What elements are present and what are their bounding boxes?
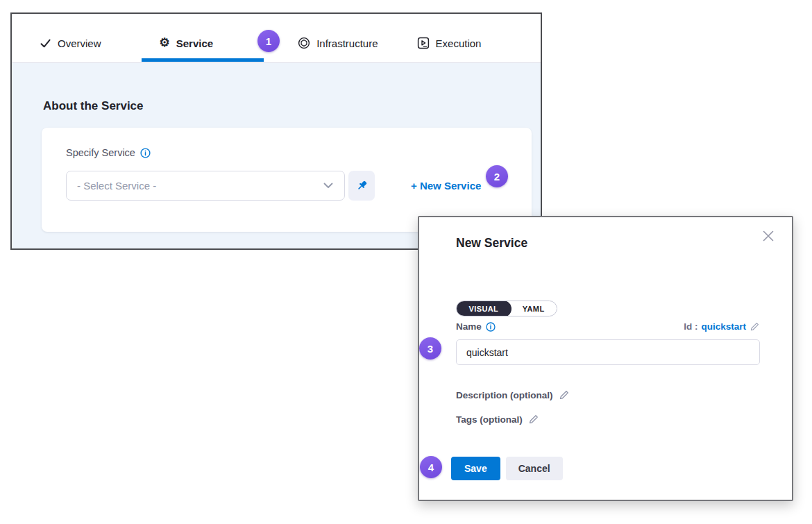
cancel-button[interactable]: Cancel (506, 457, 563, 480)
service-select-value: - Select Service - (77, 180, 156, 192)
execution-icon (417, 37, 430, 49)
check-icon (40, 38, 51, 49)
gear-icon: ⚙ (160, 37, 170, 49)
tab-service[interactable]: ⚙ Service (160, 37, 214, 49)
tags-label: Tags (optional) (456, 414, 523, 425)
infrastructure-icon (298, 37, 310, 49)
id-prefix: Id : (684, 321, 697, 332)
tab-execution[interactable]: Execution (417, 37, 482, 49)
name-label: Name (456, 321, 482, 332)
pin-icon (355, 179, 369, 192)
callout-step-2: 2 (486, 165, 508, 187)
id-value: quickstart (701, 321, 746, 332)
tab-overview-label: Overview (58, 37, 101, 49)
callout-step-3: 3 (419, 337, 441, 360)
callout-step-4: 4 (420, 456, 442, 478)
pin-button[interactable] (348, 171, 375, 201)
new-service-modal: New Service VISUAL YAML Name Id : quicks… (418, 216, 793, 501)
info-icon[interactable] (486, 322, 496, 332)
specify-service-label-row: Specify Service (66, 147, 151, 158)
service-select[interactable]: - Select Service - (66, 171, 345, 201)
chevron-down-icon (323, 183, 333, 189)
specify-service-label: Specify Service (66, 147, 135, 158)
service-id-editor[interactable]: Id : quickstart (684, 321, 760, 332)
callout-step-1: 1 (257, 30, 280, 52)
name-row: Name Id : quickstart (456, 321, 760, 332)
tags-row: Tags (optional) (456, 414, 539, 425)
modal-title: New Service (456, 236, 527, 251)
name-input[interactable] (456, 339, 760, 365)
name-label-group: Name (456, 321, 496, 332)
close-button[interactable] (760, 228, 777, 244)
description-label: Description (optional) (456, 390, 553, 400)
tab-overview[interactable]: Overview (40, 37, 101, 49)
tab-infrastructure-label: Infrastructure (316, 37, 378, 49)
edit-pencil-icon[interactable] (528, 414, 539, 425)
page: Overview ⚙ Service Infrastructure Execut… (0, 0, 812, 524)
active-tab-underline (142, 58, 264, 62)
modal-footer: Save Cancel (451, 457, 563, 480)
tab-service-label: Service (176, 37, 213, 49)
tab-execution-label: Execution (436, 37, 482, 49)
section-heading: About the Service (43, 99, 144, 113)
tab-infrastructure[interactable]: Infrastructure (298, 37, 378, 49)
edit-pencil-icon[interactable] (559, 389, 570, 400)
visual-yaml-toggle: VISUAL YAML (456, 301, 557, 316)
toggle-yaml[interactable]: YAML (511, 301, 557, 316)
toggle-visual[interactable]: VISUAL (456, 301, 511, 316)
service-controls-row: - Select Service - + New Service (66, 171, 481, 201)
close-icon (761, 229, 775, 243)
edit-pencil-icon (750, 321, 760, 332)
description-row: Description (optional) (456, 389, 570, 400)
info-icon[interactable] (140, 148, 151, 158)
new-service-link[interactable]: + New Service (411, 180, 481, 192)
save-button[interactable]: Save (451, 457, 500, 480)
